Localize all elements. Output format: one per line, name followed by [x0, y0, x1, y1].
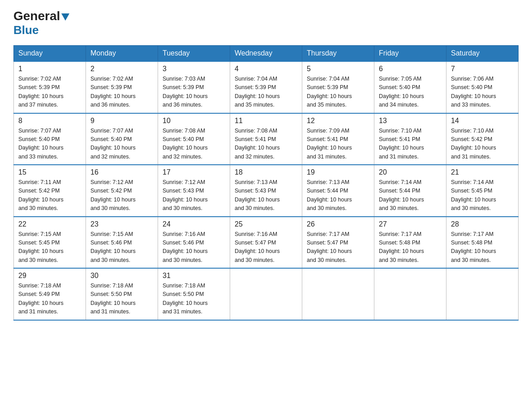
week-row-2: 8 Sunrise: 7:07 AMSunset: 5:40 PMDayligh…: [14, 113, 519, 165]
day-cell: [230, 268, 302, 320]
day-info: Sunrise: 7:12 AMSunset: 5:43 PMDaylight:…: [163, 178, 225, 213]
day-info: Sunrise: 7:09 AMSunset: 5:41 PMDaylight:…: [307, 127, 369, 162]
day-number: 9: [90, 117, 153, 125]
week-row-4: 22 Sunrise: 7:15 AMSunset: 5:45 PMDaylig…: [14, 217, 519, 269]
day-info: Sunrise: 7:17 AMSunset: 5:48 PMDaylight:…: [451, 230, 514, 265]
day-cell: 20 Sunrise: 7:14 AMSunset: 5:44 PMDaylig…: [374, 165, 446, 217]
day-info: Sunrise: 7:11 AMSunset: 5:42 PMDaylight:…: [18, 178, 81, 213]
day-info: Sunrise: 7:16 AMSunset: 5:46 PMDaylight:…: [163, 230, 225, 265]
day-cell: 29 Sunrise: 7:18 AMSunset: 5:49 PMDaylig…: [14, 268, 86, 320]
day-cell: 6 Sunrise: 7:05 AMSunset: 5:40 PMDayligh…: [374, 61, 446, 113]
col-header-thursday: Thursday: [302, 46, 374, 62]
day-cell: 13 Sunrise: 7:10 AMSunset: 5:41 PMDaylig…: [374, 113, 446, 165]
col-header-saturday: Saturday: [446, 46, 519, 62]
day-number: 6: [379, 65, 442, 73]
day-cell: [446, 268, 519, 320]
day-cell: [302, 268, 374, 320]
day-number: 2: [90, 65, 153, 73]
day-info: Sunrise: 7:18 AMSunset: 5:49 PMDaylight:…: [18, 282, 81, 317]
day-number: 23: [90, 220, 153, 228]
day-info: Sunrise: 7:02 AMSunset: 5:39 PMDaylight:…: [90, 75, 153, 110]
day-cell: 9 Sunrise: 7:07 AMSunset: 5:40 PMDayligh…: [86, 113, 158, 165]
day-number: 7: [451, 65, 514, 73]
day-cell: 14 Sunrise: 7:10 AMSunset: 5:42 PMDaylig…: [446, 113, 519, 165]
day-info: Sunrise: 7:03 AMSunset: 5:39 PMDaylight:…: [163, 75, 225, 110]
day-info: Sunrise: 7:13 AMSunset: 5:44 PMDaylight:…: [307, 178, 369, 213]
day-number: 28: [451, 220, 514, 228]
day-number: 24: [163, 220, 225, 228]
day-cell: 18 Sunrise: 7:13 AMSunset: 5:43 PMDaylig…: [230, 165, 302, 217]
day-number: 10: [163, 117, 225, 125]
page-header: General Blue: [13, 9, 519, 37]
day-info: Sunrise: 7:18 AMSunset: 5:50 PMDaylight:…: [163, 282, 225, 317]
day-cell: 2 Sunrise: 7:02 AMSunset: 5:39 PMDayligh…: [86, 61, 158, 113]
day-number: 26: [307, 220, 369, 228]
day-number: 25: [235, 220, 297, 228]
day-number: 8: [18, 117, 81, 125]
day-cell: 4 Sunrise: 7:04 AMSunset: 5:39 PMDayligh…: [230, 61, 302, 113]
logo-general: General: [13, 9, 69, 23]
day-number: 14: [451, 117, 514, 125]
calendar-header-row: SundayMondayTuesdayWednesdayThursdayFrid…: [14, 46, 519, 62]
day-cell: 5 Sunrise: 7:04 AMSunset: 5:39 PMDayligh…: [302, 61, 374, 113]
week-row-3: 15 Sunrise: 7:11 AMSunset: 5:42 PMDaylig…: [14, 165, 519, 217]
day-number: 18: [235, 168, 297, 176]
day-info: Sunrise: 7:10 AMSunset: 5:42 PMDaylight:…: [451, 127, 514, 162]
day-number: 27: [379, 220, 442, 228]
day-cell: 16 Sunrise: 7:12 AMSunset: 5:42 PMDaylig…: [86, 165, 158, 217]
day-cell: 24 Sunrise: 7:16 AMSunset: 5:46 PMDaylig…: [158, 217, 230, 269]
day-cell: 3 Sunrise: 7:03 AMSunset: 5:39 PMDayligh…: [158, 61, 230, 113]
day-info: Sunrise: 7:04 AMSunset: 5:39 PMDaylight:…: [235, 75, 297, 110]
day-cell: 10 Sunrise: 7:08 AMSunset: 5:40 PMDaylig…: [158, 113, 230, 165]
day-cell: 30 Sunrise: 7:18 AMSunset: 5:50 PMDaylig…: [86, 268, 158, 320]
day-cell: 19 Sunrise: 7:13 AMSunset: 5:44 PMDaylig…: [302, 165, 374, 217]
day-info: Sunrise: 7:16 AMSunset: 5:47 PMDaylight:…: [235, 230, 297, 265]
day-number: 21: [451, 168, 514, 176]
day-cell: 8 Sunrise: 7:07 AMSunset: 5:40 PMDayligh…: [14, 113, 86, 165]
day-number: 11: [235, 117, 297, 125]
day-number: 29: [18, 272, 81, 280]
day-cell: 26 Sunrise: 7:17 AMSunset: 5:47 PMDaylig…: [302, 217, 374, 269]
day-cell: 15 Sunrise: 7:11 AMSunset: 5:42 PMDaylig…: [14, 165, 86, 217]
day-cell: 28 Sunrise: 7:17 AMSunset: 5:48 PMDaylig…: [446, 217, 519, 269]
day-cell: 25 Sunrise: 7:16 AMSunset: 5:47 PMDaylig…: [230, 217, 302, 269]
day-cell: 23 Sunrise: 7:15 AMSunset: 5:46 PMDaylig…: [86, 217, 158, 269]
svg-marker-0: [61, 13, 69, 21]
day-cell: 22 Sunrise: 7:15 AMSunset: 5:45 PMDaylig…: [14, 217, 86, 269]
day-number: 4: [235, 65, 297, 73]
logo-arrow-icon: [61, 14, 69, 22]
day-info: Sunrise: 7:17 AMSunset: 5:47 PMDaylight:…: [307, 230, 369, 265]
day-cell: 7 Sunrise: 7:06 AMSunset: 5:40 PMDayligh…: [446, 61, 519, 113]
day-cell: 11 Sunrise: 7:08 AMSunset: 5:41 PMDaylig…: [230, 113, 302, 165]
day-cell: 1 Sunrise: 7:02 AMSunset: 5:39 PMDayligh…: [14, 61, 86, 113]
day-info: Sunrise: 7:04 AMSunset: 5:39 PMDaylight:…: [307, 75, 369, 110]
col-header-sunday: Sunday: [14, 46, 86, 62]
day-number: 31: [163, 272, 225, 280]
day-info: Sunrise: 7:08 AMSunset: 5:41 PMDaylight:…: [235, 127, 297, 162]
day-cell: 31 Sunrise: 7:18 AMSunset: 5:50 PMDaylig…: [158, 268, 230, 320]
day-info: Sunrise: 7:12 AMSunset: 5:42 PMDaylight:…: [90, 178, 153, 213]
day-info: Sunrise: 7:10 AMSunset: 5:41 PMDaylight:…: [379, 127, 442, 162]
day-number: 15: [18, 168, 81, 176]
day-number: 1: [18, 65, 81, 73]
day-info: Sunrise: 7:07 AMSunset: 5:40 PMDaylight:…: [18, 127, 81, 162]
day-number: 30: [90, 272, 153, 280]
day-cell: [374, 268, 446, 320]
day-number: 20: [379, 168, 442, 176]
day-number: 13: [379, 117, 442, 125]
day-number: 12: [307, 117, 369, 125]
logo: General Blue: [13, 9, 69, 37]
day-number: 22: [18, 220, 81, 228]
day-info: Sunrise: 7:14 AMSunset: 5:45 PMDaylight:…: [451, 178, 514, 213]
day-number: 17: [163, 168, 225, 176]
day-info: Sunrise: 7:17 AMSunset: 5:48 PMDaylight:…: [379, 230, 442, 265]
col-header-wednesday: Wednesday: [230, 46, 302, 62]
day-info: Sunrise: 7:15 AMSunset: 5:46 PMDaylight:…: [90, 230, 153, 265]
day-number: 5: [307, 65, 369, 73]
day-info: Sunrise: 7:06 AMSunset: 5:40 PMDaylight:…: [451, 75, 514, 110]
day-info: Sunrise: 7:08 AMSunset: 5:40 PMDaylight:…: [163, 127, 225, 162]
day-info: Sunrise: 7:14 AMSunset: 5:44 PMDaylight:…: [379, 178, 442, 213]
day-cell: 17 Sunrise: 7:12 AMSunset: 5:43 PMDaylig…: [158, 165, 230, 217]
day-cell: 27 Sunrise: 7:17 AMSunset: 5:48 PMDaylig…: [374, 217, 446, 269]
day-number: 16: [90, 168, 153, 176]
